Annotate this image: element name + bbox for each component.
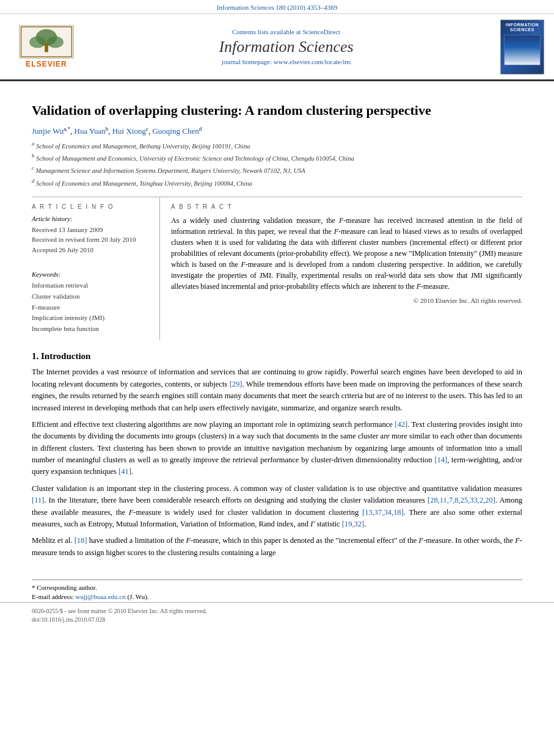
keyword-1: Information retrieval — [32, 280, 151, 291]
two-col-section: A R T I C L E I N F O Article history: R… — [32, 197, 522, 340]
elsevier-label: ELSEVIER — [26, 60, 67, 68]
keyword-5: Incomplete beta function — [32, 324, 151, 335]
article-info-col: A R T I C L E I N F O Article history: R… — [32, 197, 160, 340]
logo-area: ELSEVIER — [10, 25, 83, 68]
footer-doi: doi:10.1016/j.ins.2010.07.028 — [32, 616, 522, 623]
intro-para-3: Cluster validation is an important step … — [32, 483, 522, 531]
email-link[interactable]: wujj@buaa.edu.cn — [75, 593, 125, 600]
author-3: Hui Xiong — [112, 126, 146, 136]
keyword-3: F-measure — [32, 302, 151, 313]
history-accepted: Accepted 26 July 2010 — [32, 245, 151, 255]
history-revised: Received in revised form 20 July 2010 — [32, 234, 151, 245]
intro-heading: 1. Introduction — [32, 351, 522, 362]
history-title: Article history: — [32, 215, 151, 222]
affiliation-b: b School of Management and Economics, Un… — [32, 152, 522, 163]
author-1: Junjie Wu — [32, 126, 64, 136]
intro-para-4: Mehlitz et al. [18] have studied a limit… — [32, 535, 522, 559]
copyright: © 2010 Elsevier Inc. All rights reserved… — [171, 296, 522, 306]
intro-para-1: The Internet provides a vast resource of… — [32, 366, 522, 414]
intro-para-2: Efficient and effective text clustering … — [32, 419, 522, 478]
journal-homepage: journal homepage: www.elsevier.com/locat… — [83, 58, 489, 65]
page-wrapper: Information Sciences 180 (2010) 4353–436… — [0, 0, 554, 756]
journal-cover: INFORMATION SCIENCES — [500, 20, 544, 75]
footnote-email: E-mail address: wujj@buaa.edu.cn (J. Wu)… — [32, 593, 522, 600]
citation-text: Information Sciences 180 (2010) 4353–436… — [217, 4, 337, 11]
author-4: Guoqing Chen — [152, 126, 199, 136]
article-info-label: A R T I C L E I N F O — [32, 203, 151, 210]
journal-title: Information Sciences — [83, 38, 489, 56]
keywords-title: Keywords: — [32, 271, 151, 278]
abstract-label: A B S T R A C T — [171, 203, 522, 210]
citation-bar: Information Sciences 180 (2010) 4353–436… — [0, 0, 554, 14]
paper-title: Validation of overlapping clustering: A … — [32, 102, 522, 120]
svg-point-3 — [47, 36, 64, 48]
affiliation-d: d School of Economics and Management, Ts… — [32, 177, 522, 188]
elsevier-logo-image — [19, 25, 74, 59]
author-2: Hua Yuan — [75, 126, 106, 136]
science-direct-link[interactable]: ScienceDirect — [302, 28, 340, 35]
journal-header: ELSEVIER Contents lists available at Sci… — [0, 14, 554, 81]
elsevier-logo: ELSEVIER — [10, 25, 83, 68]
authors-line: Junjie Wua,*, Hua Yuanb, Hui Xiongc, Guo… — [32, 126, 522, 136]
cover-title: INFORMATION SCIENCES — [506, 23, 539, 33]
keyword-4: Implication intensity (JMI) — [32, 313, 151, 324]
footnote-section: * Corresponding author. E-mail address: … — [32, 580, 522, 600]
introduction-section: 1. Introduction The Internet provides a … — [32, 351, 522, 559]
page-footer: 0020-0255/$ - see front matter © 2010 El… — [0, 602, 554, 630]
abstract-paragraph: As a widely used clustering validation m… — [171, 215, 522, 292]
affiliations: a School of Economics and Management, Be… — [32, 140, 522, 188]
article-history: Article history: Received 13 January 200… — [32, 215, 151, 255]
keywords-section: Keywords: Information retrieval Cluster … — [32, 271, 151, 334]
svg-point-2 — [29, 36, 46, 48]
homepage-url[interactable]: www.elsevier.com/locate/ins — [274, 58, 351, 65]
abstract-text: As a widely used clustering validation m… — [171, 215, 522, 306]
footer-copyright: 0020-0255/$ - see front matter © 2010 El… — [32, 608, 522, 614]
affiliation-c: c Management Science and Information Sys… — [32, 164, 522, 175]
history-received: Received 13 January 2009 — [32, 225, 151, 235]
footnote-corresponding: * Corresponding author. — [32, 584, 522, 591]
affiliation-a: a School of Economics and Management, Be… — [32, 140, 522, 151]
journal-right: INFORMATION SCIENCES — [489, 19, 544, 75]
svg-rect-4 — [45, 43, 48, 52]
keyword-2: Cluster validation — [32, 291, 151, 302]
content-available-text: Contents lists available at ScienceDirec… — [83, 28, 489, 35]
journal-center: Contents lists available at ScienceDirec… — [83, 28, 489, 65]
main-content: Validation of overlapping clustering: A … — [0, 81, 554, 580]
abstract-col: A B S T R A C T As a widely used cluster… — [160, 197, 522, 340]
footnote-area: * Corresponding author. E-mail address: … — [0, 580, 554, 600]
